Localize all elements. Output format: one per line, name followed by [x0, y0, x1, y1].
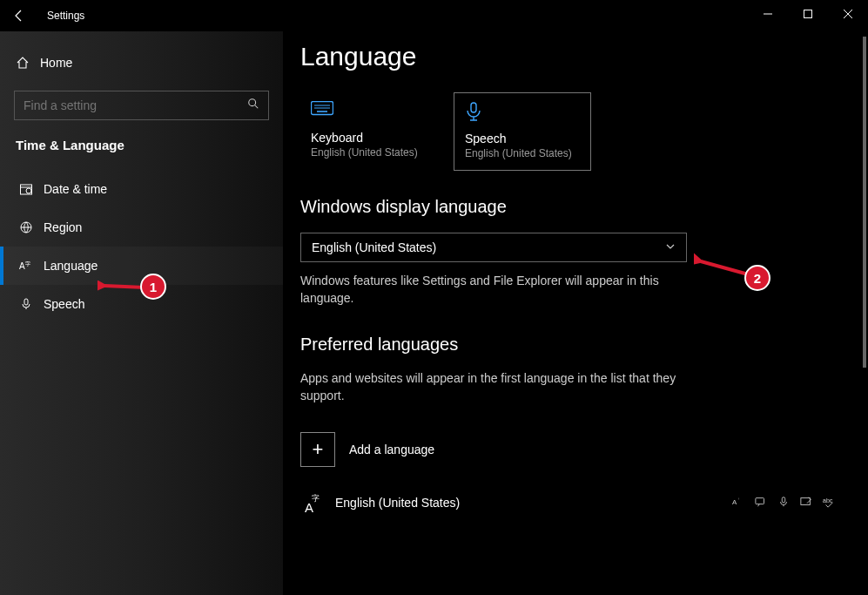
sidebar-item-region[interactable]: Region [0, 208, 283, 247]
tile-label: Speech [465, 132, 580, 145]
svg-text:⁺: ⁺ [737, 497, 740, 502]
add-language-button[interactable]: + Add a language [300, 432, 847, 467]
add-language-label: Add a language [349, 443, 434, 456]
microphone-icon [19, 297, 44, 311]
tile-row: Keyboard English (United States) Speech … [300, 92, 847, 171]
svg-line-3 [255, 105, 259, 109]
svg-point-6 [26, 188, 31, 193]
sidebar-item-speech[interactable]: Speech [0, 285, 283, 323]
close-button[interactable] [828, 0, 868, 28]
plus-icon: + [300, 432, 335, 467]
chevron-down-icon [665, 240, 676, 255]
speech-recognition-icon [777, 496, 790, 510]
sidebar-item-label: Speech [44, 297, 84, 311]
keyboard-icon [311, 101, 427, 125]
preferred-languages-heading: Preferred languages [300, 335, 847, 355]
tile-keyboard[interactable]: Keyboard English (United States) [300, 92, 438, 171]
text-to-speech-icon [755, 496, 767, 510]
calendar-clock-icon [19, 182, 44, 196]
sidebar-item-language[interactable]: A字 Language [0, 247, 283, 285]
tile-sub: English (United States) [311, 146, 427, 159]
sidebar-item-label: Language [44, 259, 98, 273]
display-language-heading: Windows display language [300, 197, 847, 217]
sidebar-item-label: Region [44, 220, 82, 234]
dropdown-value: English (United States) [312, 240, 665, 254]
sidebar-category: Time & Language [0, 138, 283, 170]
microphone-icon [465, 102, 580, 126]
maximize-button[interactable] [788, 0, 828, 28]
language-capabilities: A⁺ abc [732, 496, 835, 510]
window-controls [748, 0, 868, 28]
language-character-icon: 字A [304, 491, 335, 514]
sidebar-item-date-time[interactable]: Date & time [0, 170, 283, 208]
svg-rect-20 [756, 498, 764, 504]
language-icon: A字 [19, 259, 44, 273]
search-icon [247, 98, 259, 113]
svg-point-2 [249, 99, 256, 106]
page-heading: Language [300, 42, 847, 71]
preferred-languages-desc: Apps and websites will appear in the fir… [300, 370, 687, 404]
sidebar-home-label: Home [40, 56, 72, 70]
display-language-desc: Windows features like Settings and File … [300, 273, 687, 307]
language-row[interactable]: 字A English (United States) A⁺ abc [300, 484, 847, 521]
svg-text:A: A [19, 261, 25, 271]
display-language-icon: A⁺ [732, 496, 744, 510]
globe-icon [19, 220, 44, 234]
svg-rect-1 [804, 10, 812, 18]
sidebar-item-label: Date & time [44, 182, 107, 196]
display-language-dropdown[interactable]: English (United States) [300, 233, 687, 262]
svg-text:A: A [732, 498, 737, 506]
language-name: English (United States) [335, 496, 732, 510]
svg-rect-10 [24, 299, 28, 305]
back-button[interactable] [0, 0, 38, 31]
scrollbar-thumb[interactable] [863, 37, 866, 368]
search-input[interactable] [24, 98, 247, 112]
minimize-button[interactable] [748, 0, 788, 28]
main-content: Language Keyboard English (United States… [300, 42, 847, 595]
search-box[interactable] [14, 91, 269, 120]
svg-text:abc: abc [823, 497, 833, 504]
spell-check-icon: abc [823, 496, 835, 510]
svg-rect-21 [782, 497, 785, 503]
titlebar: Settings [0, 0, 868, 31]
svg-text:字: 字 [25, 260, 30, 267]
tile-sub: English (United States) [465, 147, 580, 159]
svg-text:A: A [305, 500, 313, 514]
tile-speech[interactable]: Speech English (United States) [454, 92, 591, 171]
tile-label: Keyboard [311, 131, 427, 145]
sidebar-home[interactable]: Home [0, 45, 283, 80]
window-title: Settings [38, 10, 84, 22]
sidebar: Home Time & Language Date & time Region … [0, 31, 283, 595]
handwriting-icon [800, 496, 812, 510]
home-icon [16, 56, 40, 70]
svg-rect-15 [471, 103, 476, 112]
